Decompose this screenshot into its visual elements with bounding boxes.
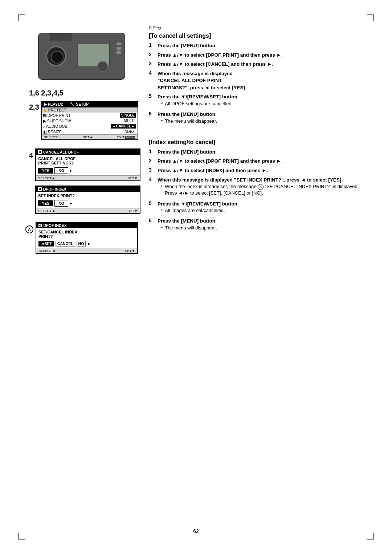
step6-index-text: Press the [MENU] button. [158, 218, 217, 224]
footer-set: SET◄ [83, 135, 93, 139]
dialog-cancel-body: CANCEL ALL DPOF PRINT SETTINGS? [36, 155, 140, 167]
step6-cancel-text: Press the [MENU] button. [158, 111, 217, 117]
section2-title-text: Index setting/to cancel [151, 139, 213, 145]
menu-item-resize-left: ◧ RESIZE [43, 130, 62, 134]
footer-set-cancel: SET▼ [127, 176, 138, 180]
step4-cancel: 4 When this message is displayed "CANCEL… [149, 70, 367, 91]
dialog-index-line: SET INDEX PRINT? [38, 194, 138, 198]
yes-button-index[interactable]: YES [38, 200, 53, 206]
step2-index-num: 2 [149, 158, 155, 163]
camera-btn-1 [117, 42, 121, 45]
dpof-icon-setcancel: d [38, 224, 42, 227]
footer-exit: EXIT MENU [117, 135, 135, 139]
step1-index: 1 Press the [MENU] button. [149, 148, 367, 156]
step2-index: 2 Press ▲/▼ to select [DPOF PRINT] and t… [149, 158, 367, 165]
step5-index: 5 Press the ▼/[REVIEW/SET] button. • All… [149, 200, 367, 216]
step4-label: 4 [29, 151, 33, 160]
step4-index-num: 4 [149, 176, 155, 182]
step1-index-text: Press the [MENU] button. [158, 148, 217, 156]
step1-cancel-text: Press the [MENU] button. [158, 42, 217, 49]
dpof-icon-index: d [38, 187, 42, 191]
camera-lens-inner [51, 51, 64, 64]
content-area: 1,6 2,3,4,5 2,3 ▶ PLAY1/2 🔧 SETUP 🔒 PROT… [25, 25, 367, 256]
footer-set-index: SET▼ [127, 209, 138, 213]
menu-row-resize: ◧ RESIZE INDEX [42, 129, 138, 134]
step5-cancel: 5 Press the ▼/[REVIEW/SET] button. • All… [149, 93, 367, 109]
camera-illustration [34, 25, 129, 83]
menu-item-audio-left: ♪ AUDIO DUB. [43, 124, 69, 129]
menu-footer: SELECT↕ SET◄ EXIT MENU [42, 134, 138, 139]
dialog-index: d DPOF INDEX SET INDEX PRINT? YES NO ► [35, 186, 140, 214]
section2: [Index setting/to cancel] 1 Press the [M… [149, 139, 367, 235]
menu-tab-play: ▶ PLAY1/2 [44, 102, 63, 107]
dpof-single: SINGLE [120, 113, 136, 118]
bullet-icon-4i: • [161, 184, 163, 196]
bullet-icon-5i: • [161, 208, 163, 214]
slideshow-label: SLIDE SHOW [47, 119, 71, 123]
step6-cancel-bullet: • The menu will disappear. [161, 118, 217, 125]
no-option[interactable]: NO [77, 241, 86, 247]
step2-cancel: 2 Press ▲/▼ to select [DPOF PRINT] and t… [149, 52, 367, 59]
step5-index-content: Press the ▼/[REVIEW/SET] button. • All i… [158, 200, 238, 216]
bullet-icon-5: • [161, 101, 163, 107]
no-button[interactable]: NO [54, 167, 68, 174]
step2-index-text: Press ▲/▼ to select [DPOF PRINT] and the… [158, 158, 283, 165]
dialog-index-body: SET INDEX PRINT? [36, 192, 140, 199]
cancel-option[interactable]: CANCEL [56, 241, 75, 247]
step6-index-bullet: • The menu will disappear. [161, 225, 217, 231]
step3-cancel-num: 3 [149, 61, 155, 66]
step5-cancel-num: 5 [149, 93, 155, 99]
step2-cancel-num: 2 [149, 52, 155, 57]
dpof-icon-dialog: d [38, 150, 42, 154]
footer-select: SELECT↕ [44, 135, 59, 139]
menu-item-dpof-left: d DPOF PRINT [43, 113, 71, 118]
dialog-cancel-line2: PRINT SETTINGS? [38, 161, 138, 165]
dialog-setcancel-body: SET/CANCEL INDEX PRINT? [36, 228, 137, 240]
step6-cancel: 6 Press the [MENU] button. • The menu wi… [149, 111, 367, 126]
menu-tab-setup: 🔧 SETUP [70, 102, 89, 107]
section1-title: [To cancel all settings] [149, 33, 367, 39]
section2-title: [Index setting/to cancel] [149, 139, 367, 146]
dialog-setcancel-line1: SET/CANCEL INDEX [38, 230, 135, 234]
step3-index-num: 3 [149, 167, 155, 173]
camera-lens [46, 46, 66, 66]
step6-cancel-content: Press the [MENU] button. • The menu will… [158, 111, 217, 126]
dpof-label: DPOF PRINT [48, 113, 71, 118]
step3-cancel: 3 Press ▲/▼ to select [CANCEL] and then … [149, 61, 367, 68]
audio-label: AUDIO DUB. [46, 124, 68, 129]
menu-row-dpof: d DPOF PRINT SINGLE [42, 113, 138, 118]
step3-cancel-text: Press ▲/▼ to select [CANCEL] and then pr… [158, 61, 273, 68]
step5-index-num: 5 [149, 200, 155, 206]
dialog-index-header: d DPOF INDEX [36, 186, 140, 192]
step6-index: 6 Press the [MENU] button. • The menu wi… [149, 217, 367, 233]
slideshow-icon: ▶ [43, 119, 46, 123]
dialog-cancel-header: d CANCEL ALL DPOF [36, 149, 140, 155]
step5-cancel-text: Press the ▼/[REVIEW/SET] button. [158, 94, 238, 99]
page-number: 62 [193, 528, 199, 534]
dialog-index-title: DPOF INDEX [43, 187, 66, 191]
dialog-cancel-all: d CANCEL ALL DPOF CANCEL ALL DPOF PRINT … [35, 148, 140, 181]
step5-cancel-content: Press the ▼/[REVIEW/SET] button. • All D… [158, 93, 238, 109]
dialog-setcancel-footer: SELECT◄ SET▼ [36, 248, 137, 253]
section1-title-text: To cancel all settings [151, 33, 209, 39]
no-button-index[interactable]: NO [54, 200, 68, 207]
step6-index-content: Press the [MENU] button. • The menu will… [158, 217, 217, 233]
step4-dialogs: d CANCEL ALL DPOF CANCEL ALL DPOF PRINT … [35, 148, 140, 216]
yes-button[interactable]: YES [38, 168, 53, 174]
menu-item-slideshow-left: ▶ SLIDE SHOW [43, 119, 71, 123]
set-option[interactable]: ◄SET [38, 241, 54, 247]
dialog-setcancel-title: DPOF INDEX [44, 223, 67, 228]
section1: [To cancel all settings] 1 Press the [ME… [149, 33, 367, 128]
dialog-cancel-buttons: YES NO ► [36, 167, 140, 175]
camera-body [38, 33, 125, 80]
protect-label: PROTECT [48, 108, 66, 112]
dialog-set-cancel: d DPOF INDEX SET/CANCEL INDEX PRINT? ◄SE… [36, 222, 138, 254]
dialog-setcancel-header: d DPOF INDEX [36, 223, 137, 228]
audio-icon: ♪ [43, 124, 45, 129]
step5-cancel-bullet: • All DPOF settings are cancelled. [161, 101, 238, 107]
step6-cancel-sub: The menu will disappear. [165, 118, 217, 125]
step4-index: 4 When this message is displayed "SET IN… [149, 176, 367, 198]
camera-step-label: 1,6 2,3,4,5 [29, 89, 64, 97]
step4-index-text: When this message is displayed "SET INDE… [158, 177, 343, 183]
menu-header: ▶ PLAY1/2 🔧 SETUP [42, 101, 138, 107]
